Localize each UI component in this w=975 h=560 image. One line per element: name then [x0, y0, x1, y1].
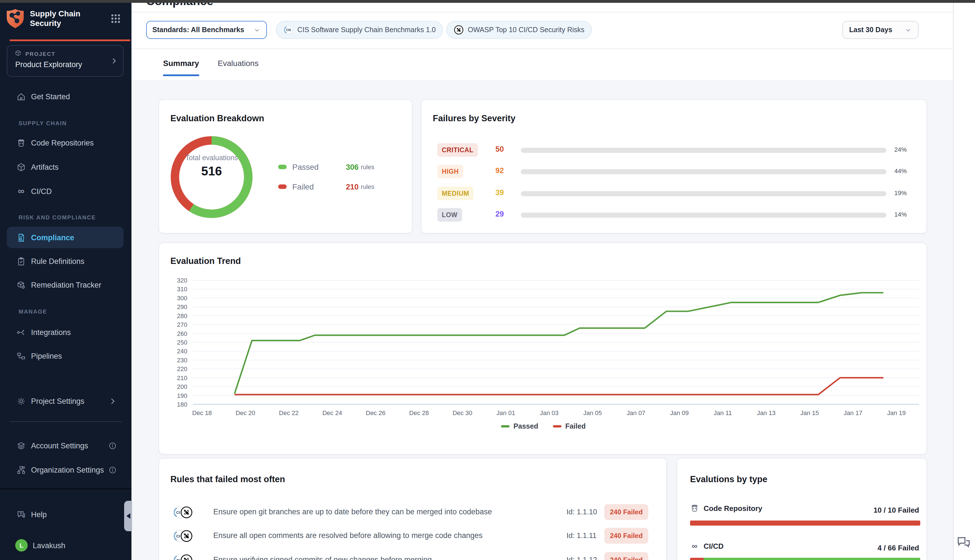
- passed-color-pill: [278, 165, 287, 169]
- sidebar-item-code-repositories[interactable]: Code Repositories: [0, 136, 132, 150]
- svg-text:280: 280: [177, 312, 187, 320]
- sidebar-item-compliance[interactable]: Compliance: [7, 227, 124, 248]
- severity-percent: 19%: [894, 190, 907, 196]
- standards-filter-dropdown[interactable]: Standards: All Benchmarks: [146, 21, 267, 39]
- legend-item-failed: Failed: [553, 422, 586, 430]
- sidebar-item-remediation-tracker[interactable]: Remediation Tracker: [0, 278, 132, 292]
- chevron-right-icon: [110, 57, 118, 65]
- svg-text:Dec 24: Dec 24: [322, 410, 342, 417]
- failed-count-badge: 240 Failed: [604, 504, 648, 520]
- tab-evaluations[interactable]: Evaluations: [218, 58, 259, 76]
- card-title: Failures by Severity: [433, 113, 516, 123]
- rule-row[interactable]: CIS Ensure verifying signed commits of n…: [159, 552, 667, 560]
- trend-legend: Passed Failed: [159, 422, 927, 430]
- org-chart-icon: [17, 465, 26, 475]
- project-label: PROJECT: [15, 51, 55, 57]
- rule-row[interactable]: CIS Ensure open git branches are up to d…: [159, 504, 667, 521]
- chevron-right-icon: [109, 397, 117, 405]
- svg-text:220: 220: [177, 365, 187, 372]
- pipelines-icon: [17, 351, 26, 361]
- chip-cis-benchmarks[interactable]: CIS CIS Software Supply Chain Benchmarks…: [276, 21, 443, 39]
- owasp-wasp-icon: [180, 506, 193, 519]
- svg-text:290: 290: [177, 303, 187, 310]
- sidebar-item-integrations[interactable]: Integrations: [0, 325, 132, 339]
- sidebar-item-artifacts[interactable]: Artifacts: [0, 160, 132, 174]
- project-selector[interactable]: PROJECT Product Exploratory: [7, 45, 124, 77]
- shield-logo-icon: [6, 8, 24, 29]
- severity-row-critical: CRITICAL 50 24%: [421, 143, 927, 157]
- card-title: Evaluation Breakdown: [170, 113, 264, 123]
- sidebar-item-project-settings[interactable]: Project Settings: [0, 394, 132, 408]
- type-bar-segment: [690, 520, 920, 526]
- owasp-wasp-icon: [454, 25, 464, 35]
- sidebar-item-account-settings[interactable]: Account Settings: [0, 439, 132, 452]
- product-title: Supply Chain Security: [30, 9, 92, 28]
- sidebar-item-pipelines[interactable]: Pipelines: [0, 349, 132, 363]
- failed-line-swatch: [553, 425, 561, 427]
- svg-text:240: 240: [177, 348, 187, 355]
- avatar: L: [15, 539, 28, 552]
- svg-text:Jan 15: Jan 15: [800, 410, 819, 417]
- severity-count: 92: [496, 167, 504, 175]
- type-failed-value: 10 / 10 Failed: [873, 506, 919, 514]
- type-bar-segment: [690, 558, 704, 560]
- rule-row[interactable]: CIS Ensure all open comments are resolve…: [159, 528, 667, 545]
- rule-source-icons: CIS: [173, 506, 195, 519]
- chat-bubbles-icon[interactable]: [957, 535, 971, 550]
- severity-percent: 24%: [894, 146, 907, 153]
- svg-text:250: 250: [177, 339, 187, 346]
- svg-text:Jan 11: Jan 11: [714, 410, 732, 417]
- info-icon[interactable]: [109, 465, 117, 474]
- main-content: Evaluation Breakdown Total evaluations 5…: [132, 80, 953, 560]
- svg-text:300: 300: [177, 295, 187, 302]
- product-logo-row: Supply Chain Security: [6, 7, 125, 32]
- date-range-dropdown[interactable]: Last 30 Days: [842, 21, 918, 39]
- infinity-icon: ∞: [17, 187, 26, 196]
- collapse-arrow-icon: [126, 513, 130, 519]
- card-evaluations-by-type: Evalutions by type Code Repository 10 / …: [676, 458, 927, 560]
- accent-underline: [10, 40, 130, 41]
- tab-bar: Summary Evaluations: [163, 58, 259, 76]
- svg-text:Dec 30: Dec 30: [452, 410, 472, 417]
- svg-text:230: 230: [177, 357, 187, 364]
- svg-text:180: 180: [177, 401, 187, 408]
- sidebar-item-cicd[interactable]: ∞ CI/CD: [0, 184, 132, 198]
- help-chat-icon: [17, 510, 26, 519]
- type-row-code-repository: Code Repository: [690, 503, 762, 513]
- app-grid-icon[interactable]: [110, 13, 121, 24]
- rule-source-icons: CIS: [173, 530, 195, 543]
- gear-icon: [17, 396, 26, 406]
- layers-icon: [17, 441, 26, 450]
- sidebar-item-rule-definitions[interactable]: Rule Definitions: [0, 254, 132, 268]
- severity-row-high: HIGH 92 44%: [421, 165, 927, 178]
- svg-text:Jan 13: Jan 13: [757, 410, 776, 417]
- sidebar-user[interactable]: L Lavakush: [0, 538, 132, 552]
- owasp-wasp-icon: [180, 530, 193, 543]
- legend-item-passed: Passed: [501, 422, 538, 430]
- severity-row-low: LOW 29 14%: [421, 208, 927, 222]
- sidebar-item-help[interactable]: Help: [0, 508, 132, 521]
- sidebar-item-get-started[interactable]: Get Started: [0, 90, 132, 103]
- compliance-doc-icon: [17, 233, 26, 242]
- sidebar-collapse-handle[interactable]: [124, 501, 132, 531]
- tab-summary[interactable]: Summary: [163, 58, 199, 76]
- chevron-down-icon: [253, 26, 260, 33]
- rule-id: Id: 1.1.11: [566, 531, 597, 540]
- svg-text:320: 320: [177, 277, 187, 284]
- info-icon[interactable]: [109, 441, 117, 450]
- window-top-strip: [0, 0, 975, 3]
- type-bar-segment: [704, 558, 920, 560]
- section-label-manage: MANAGE: [18, 308, 47, 315]
- sidebar-item-organization-settings[interactable]: Organization Settings: [0, 463, 132, 477]
- clipboard-check-icon: [17, 256, 26, 266]
- chip-owasp-top10[interactable]: OWASP Top 10 CI/CD Security Risks: [446, 21, 592, 39]
- sidebar-footer-divider: [0, 488, 132, 490]
- section-label-risk-compliance: RISK AND COMPLIANCE: [18, 214, 96, 220]
- svg-text:Dec 28: Dec 28: [409, 410, 429, 417]
- passed-line-swatch: [501, 425, 509, 427]
- rule-id: Id: 1.1.12: [566, 555, 597, 560]
- severity-bar: [521, 148, 887, 153]
- rule-text: Ensure open git branches are up to date …: [213, 508, 492, 516]
- card-title: Rules that failed most often: [170, 474, 285, 485]
- severity-row-medium: MEDIUM 39 19%: [421, 187, 927, 200]
